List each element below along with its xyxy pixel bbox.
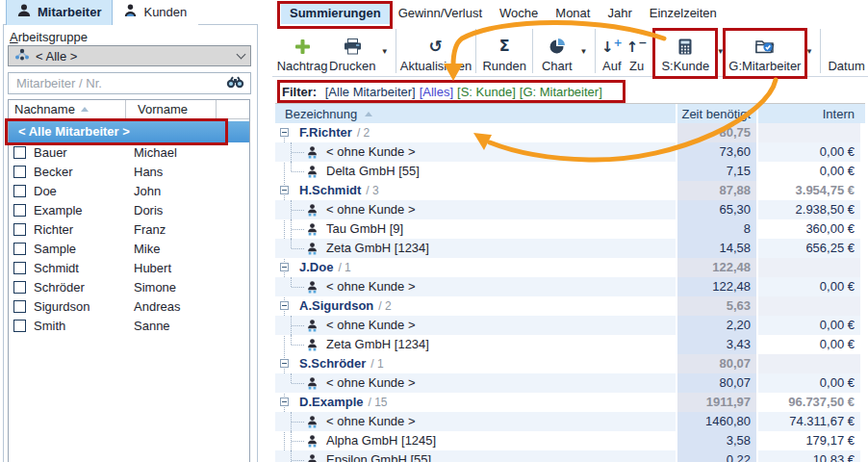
summary-group-row[interactable]: S.Schröder/ 1 80,07	[275, 354, 865, 373]
column-header-zeit[interactable]: Zeit benötigt	[676, 104, 758, 123]
employee-row[interactable]: Becker Hans	[9, 162, 249, 181]
intern-cell: 0,00 €	[758, 373, 860, 393]
dropdown-caret-icon[interactable]: ▼	[377, 26, 392, 76]
employee-row[interactable]: Richter Franz	[9, 219, 249, 239]
filter-bar: Filter: [Alle Mitarbeiter][Alles][S: Kun…	[275, 81, 865, 104]
toolbar-button-aktualisieren[interactable]: ↺ Aktualisieren	[400, 26, 472, 76]
toolbar-button-g-mitarbeiter[interactable]: G:Mitarbeiter	[728, 26, 803, 76]
row-checkbox[interactable]	[13, 243, 26, 255]
column-header-nachname[interactable]: Nachname	[9, 100, 126, 118]
dropdown-caret-icon[interactable]: ▼	[576, 26, 591, 76]
column-header-bezeichnung[interactable]: Bezeichnung	[275, 104, 676, 123]
row-checkbox[interactable]	[13, 166, 26, 178]
employee-row[interactable]: Sample Mike	[9, 239, 249, 258]
summary-child-row[interactable]: Zeta GmbH [1234] 14,58 656,25 €	[275, 239, 865, 258]
summary-child-row[interactable]: < ohne Kunde > 80,07 0,00 €	[275, 373, 865, 393]
view-tab-gewinn-verlust[interactable]: Gewinn/Verlust	[390, 2, 491, 24]
workgroup-label: Arbeitsgruppe	[10, 30, 88, 44]
summary-child-row[interactable]: < ohne Kunde > 73,60 0,00 €	[275, 142, 865, 162]
tab-kunden[interactable]: Kunden	[113, 0, 198, 25]
summary-child-row[interactable]: Alpha GmbH [1245] 3,58 179,17 €	[275, 431, 865, 450]
summary-group-row[interactable]: J.Doe/ 1 122,48	[275, 258, 865, 277]
group-icon	[14, 48, 30, 64]
summary-child-row[interactable]: Tau GmbH [9] 8 360,00 €	[275, 219, 865, 239]
summary-child-row[interactable]: Epsilon GmbH [55] 0,22 10,83 €	[275, 450, 865, 462]
employee-row[interactable]: Sigurdson Andreas	[9, 296, 249, 316]
all-employees-row[interactable]: < Alle Mitarbeiter >	[9, 121, 249, 142]
filter-token[interactable]: [G: Mitarbeiter]	[520, 85, 602, 99]
toolbar-button-zu[interactable]: ↑− Zu	[625, 26, 649, 76]
summary-table-body: F.Richter/ 2 80,75 < ohne Kunde > 73,60 …	[275, 123, 865, 462]
view-tab-woche[interactable]: Woche	[491, 2, 547, 24]
employee-panel: Mitarbeiter Kunden Arbeitsgruppe < Alle …	[0, 0, 262, 462]
summary-child-row[interactable]: < ohne Kunde > 1460,80 74.311,67 €	[275, 412, 865, 431]
intern-cell: 179,17 €	[758, 431, 860, 450]
row-checkbox[interactable]	[13, 262, 26, 274]
filter-token[interactable]: [Alle Mitarbeiter]	[325, 85, 416, 99]
summary-group-row[interactable]: A.Sigurdson/ 2 5,63	[275, 296, 865, 316]
toolbar-button-chart[interactable]: Chart	[537, 26, 576, 76]
view-tab-summierungen[interactable]: Summierungen	[281, 2, 390, 24]
view-tab-jahr[interactable]: Jahr	[599, 2, 640, 24]
summary-child-row[interactable]: Zeta GmbH [1234] 3,43 0,00 €	[275, 335, 865, 354]
summary-child-row[interactable]: < ohne Kunde > 65,30 2.938,50 €	[275, 200, 865, 219]
employee-row[interactable]: Doe John	[9, 181, 249, 200]
summary-child-row[interactable]: Delta GmbH [55] 7,15 0,00 €	[275, 162, 865, 181]
employee-row[interactable]: Schmidt Hubert	[9, 258, 249, 277]
search-input[interactable]	[14, 75, 226, 91]
workgroup-dropdown[interactable]: < Alle >	[8, 45, 251, 66]
view-tab-einzelzeiten[interactable]: Einzelzeiten	[641, 2, 726, 24]
summary-child-row[interactable]: < ohne Kunde > 2,20 0,00 €	[275, 316, 865, 335]
row-checkbox[interactable]	[13, 146, 26, 159]
employee-row[interactable]: Bauer Michael	[9, 142, 249, 162]
filter-token[interactable]: [Alles]	[420, 85, 453, 99]
zeit-cell: 80,75	[676, 123, 758, 142]
toolbar-button-drucken[interactable]: Drucken	[327, 26, 377, 76]
toolbar-button-runden[interactable]: Σ Runden	[480, 26, 529, 76]
employee-list-body: Bauer Michael Becker Hans Doe John Examp…	[9, 142, 249, 335]
row-checkbox[interactable]	[13, 204, 26, 217]
collapse-expander-icon[interactable]	[280, 263, 289, 271]
employee-row[interactable]: Example Doris	[9, 200, 249, 219]
collapse-expander-icon[interactable]	[280, 128, 289, 137]
summary-group-row[interactable]: H.Schmidt/ 3 87,88 3.954,75 €	[275, 181, 865, 200]
employee-list: Nachname Vorname < Alle Mitarbeiter > Ba…	[8, 99, 250, 462]
summary-group-row[interactable]: F.Richter/ 2 80,75	[275, 123, 865, 142]
row-checkbox[interactable]	[13, 223, 26, 236]
summary-child-row[interactable]: < ohne Kunde > 122,48 0,00 €	[275, 277, 865, 296]
row-checkbox[interactable]	[13, 185, 26, 197]
summary-group-row[interactable]: D.Example/ 15 1911,97 96.737,50 €	[275, 393, 865, 412]
sort-ascending-icon	[365, 112, 372, 116]
employee-row[interactable]: Smith Sanne	[9, 316, 249, 335]
collapse-expander-icon[interactable]	[280, 398, 289, 406]
collapse-expander-icon[interactable]	[280, 359, 289, 368]
binoculars-icon[interactable]	[226, 76, 244, 91]
filter-parts: [Alle Mitarbeiter][Alles][S: Kunde][G: M…	[325, 85, 606, 99]
intern-cell: 2.938,50 €	[758, 200, 860, 219]
dropdown-caret-icon[interactable]: ▼	[803, 26, 817, 76]
zeit-cell: 2,20	[676, 316, 758, 335]
toolbar-separator	[820, 29, 821, 73]
intern-cell: 0,00 €	[758, 142, 860, 162]
zeit-cell: 73,60	[676, 142, 758, 162]
column-header-intern[interactable]: Intern	[758, 104, 860, 123]
toolbar-button-auf[interactable]: ↓+ Auf	[600, 26, 625, 76]
row-checkbox[interactable]	[13, 281, 26, 294]
intern-cell: 656,25 €	[758, 239, 860, 258]
filter-token[interactable]: [S: Kunde]	[457, 85, 516, 99]
customer-icon	[124, 4, 137, 20]
toolbar-button-s-kunde[interactable]: S:Kunde	[657, 26, 713, 76]
collapse-expander-icon[interactable]	[280, 301, 289, 310]
toolbar-button-nachtrag[interactable]: Nachtrag	[277, 26, 327, 76]
tab-mitarbeiter[interactable]: Mitarbeiter	[6, 0, 113, 25]
refresh-icon: ↺	[429, 34, 443, 59]
employee-row[interactable]: Schröder Simone	[9, 277, 249, 296]
column-header-vorname[interactable]: Vorname	[126, 100, 217, 118]
row-checkbox[interactable]	[13, 320, 26, 332]
toolbar-button-datum[interactable]: Datum	[825, 26, 868, 76]
row-checkbox[interactable]	[13, 300, 26, 313]
dropdown-caret-icon[interactable]: ▼	[713, 26, 728, 76]
zeit-cell: 14,58	[676, 239, 758, 258]
view-tab-monat[interactable]: Monat	[547, 2, 599, 24]
collapse-expander-icon[interactable]	[280, 186, 289, 194]
